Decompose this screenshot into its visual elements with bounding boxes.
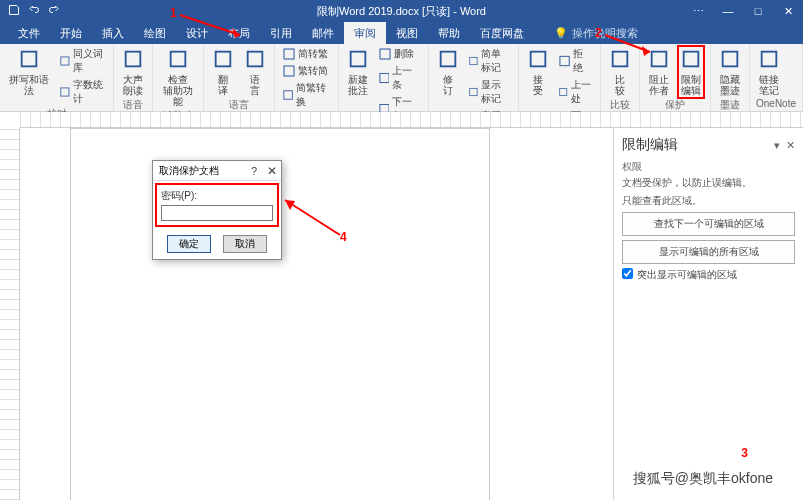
small-icon <box>379 48 391 60</box>
ribbon-group-修订: 修订简单标记显示标记审阅窗格修订 <box>429 44 519 111</box>
ribbon-btn-上一条[interactable]: 上一条 <box>377 63 422 93</box>
ribbon-btn-restrict[interactable]: 限制编辑 <box>678 46 704 98</box>
svg-rect-10 <box>350 52 365 67</box>
document-area[interactable] <box>20 128 613 500</box>
ribbon-btn-comment[interactable]: 新建批注 <box>345 46 371 98</box>
svg-rect-3 <box>126 52 141 67</box>
ribbon-btn-简单标记[interactable]: 简单标记 <box>467 46 512 76</box>
annotation-1: 1 <box>170 6 177 20</box>
dialog-body: 密码(P): <box>155 183 279 227</box>
svg-rect-8 <box>284 66 294 76</box>
svg-rect-27 <box>762 52 777 67</box>
svg-rect-23 <box>613 52 628 67</box>
svg-rect-24 <box>652 52 667 67</box>
panel-options-icon[interactable]: ▾ <box>774 139 780 152</box>
panel-close-icon[interactable]: ✕ <box>786 139 795 152</box>
ribbon-group-墨迹: 隐藏墨迹墨迹 <box>711 44 750 111</box>
ribbon-btn-拒绝[interactable]: 拒绝 <box>557 46 594 76</box>
ribbon-btn-同义词库[interactable]: 同义词库 <box>58 46 107 76</box>
find-next-region-button[interactable]: 查找下一个可编辑的区域 <box>622 212 795 236</box>
svg-rect-7 <box>284 49 294 59</box>
small-icon <box>283 48 295 60</box>
svg-rect-2 <box>61 88 69 96</box>
ribbon-group-辅助功能: 检查辅助功能辅助功能 <box>153 44 203 111</box>
svg-rect-26 <box>723 52 738 67</box>
accept-icon <box>527 48 549 72</box>
svg-rect-25 <box>684 52 699 67</box>
dialog-close-icon[interactable]: ✕ <box>267 164 277 178</box>
small-icon <box>559 55 570 67</box>
svg-rect-16 <box>470 57 477 64</box>
horizontal-ruler[interactable] <box>20 112 803 128</box>
tab-file[interactable]: 文件 <box>8 22 50 44</box>
password-label: 密码(P): <box>161 189 273 203</box>
dialog-cancel-button[interactable]: 取消 <box>223 235 267 253</box>
comment-icon <box>347 48 369 72</box>
svg-rect-21 <box>560 88 567 95</box>
vertical-ruler[interactable] <box>0 128 20 500</box>
tab-view[interactable]: 视图 <box>386 22 428 44</box>
highlight-regions-checkbox[interactable]: 突出显示可编辑的区域 <box>622 268 795 282</box>
small-icon <box>60 55 70 67</box>
ribbon-btn-compare[interactable]: 比较 <box>607 46 633 98</box>
svg-rect-4 <box>170 52 185 67</box>
ribbon-btn-track[interactable]: 修订 <box>435 46 461 98</box>
svg-rect-19 <box>531 52 546 67</box>
ribbon-btn-上一处[interactable]: 上一处 <box>557 77 594 107</box>
tab-insert[interactable]: 插入 <box>92 22 134 44</box>
password-input[interactable] <box>161 205 273 221</box>
small-icon <box>559 86 568 98</box>
a11y-icon <box>167 48 189 72</box>
annotation-4: 4 <box>340 230 347 244</box>
lightbulb-icon: 💡 <box>554 27 568 40</box>
annotation-3: 3 <box>741 446 748 460</box>
tab-design[interactable]: 设计 <box>176 22 218 44</box>
maximize-button[interactable]: □ <box>743 0 773 22</box>
ribbon-btn-block[interactable]: 阻止作者 <box>646 46 672 98</box>
small-icon <box>469 55 478 67</box>
ink-icon <box>719 48 741 72</box>
close-button[interactable]: ✕ <box>773 0 803 22</box>
ribbon-btn-显示标记[interactable]: 显示标记 <box>467 77 512 107</box>
panel-info-1: 文档受保护，以防止误编辑。 <box>622 176 795 190</box>
ribbon-btn-简转繁[interactable]: 简转繁 <box>281 46 332 62</box>
ribbon-group-中文简繁转换: 简转繁繁转简简繁转换中文简繁转换 <box>275 44 339 111</box>
ribbon-btn-speak[interactable]: 大声朗读 <box>120 46 146 98</box>
ribbon-btn-简繁转换[interactable]: 简繁转换 <box>281 80 332 110</box>
panel-section-label: 权限 <box>622 160 795 174</box>
ribbon-btn-lang[interactable]: 语言 <box>242 46 268 98</box>
tab-layout[interactable]: 布局 <box>218 22 260 44</box>
tab-draw[interactable]: 绘图 <box>134 22 176 44</box>
ribbon-btn-字数统计[interactable]: 字数统计 <box>58 77 107 107</box>
block-icon <box>648 48 670 72</box>
redo-icon[interactable] <box>48 4 60 18</box>
ribbon-btn-a11y[interactable]: 检查辅助功能 <box>159 46 196 109</box>
highlight-regions-input[interactable] <box>622 268 633 279</box>
ribbon-group-批注: 新建批注删除上一条下一条显示批注批注 <box>339 44 429 111</box>
annotation-2: 2 <box>595 26 602 40</box>
dialog-ok-button[interactable]: 确定 <box>167 235 211 253</box>
ribbon-options-icon[interactable]: ⋯ <box>683 0 713 22</box>
tab-references[interactable]: 引用 <box>260 22 302 44</box>
show-all-regions-button[interactable]: 显示可编辑的所有区域 <box>622 240 795 264</box>
ribbon-btn-ink[interactable]: 隐藏墨迹 <box>717 46 743 98</box>
tab-help[interactable]: 帮助 <box>428 22 470 44</box>
minimize-button[interactable]: — <box>713 0 743 22</box>
tab-home[interactable]: 开始 <box>50 22 92 44</box>
ribbon-tabs: 文件 开始 插入 绘图 设计 布局 引用 邮件 审阅 视图 帮助 百度网盘 💡 … <box>0 22 803 44</box>
ribbon-btn-onenote[interactable]: 链接笔记 <box>756 46 782 98</box>
dialog-titlebar[interactable]: 取消保护文档 ? ✕ <box>153 161 281 181</box>
dialog-help-icon[interactable]: ? <box>251 165 257 177</box>
group-label: OneNote <box>756 98 796 109</box>
save-icon[interactable] <box>8 4 20 18</box>
dialog-title-text: 取消保护文档 <box>159 164 219 178</box>
ribbon-btn-translate[interactable]: 翻译 <box>210 46 236 98</box>
ribbon-btn-spell[interactable]: 拼写和语法 <box>6 46 52 98</box>
ribbon-btn-繁转简[interactable]: 繁转简 <box>281 63 332 79</box>
tab-review[interactable]: 审阅 <box>344 22 386 44</box>
ribbon-btn-accept[interactable]: 接受 <box>525 46 551 98</box>
ribbon-btn-删除[interactable]: 删除 <box>377 46 422 62</box>
tab-mailings[interactable]: 邮件 <box>302 22 344 44</box>
undo-icon[interactable] <box>28 4 40 18</box>
tab-baidu[interactable]: 百度网盘 <box>470 22 534 44</box>
